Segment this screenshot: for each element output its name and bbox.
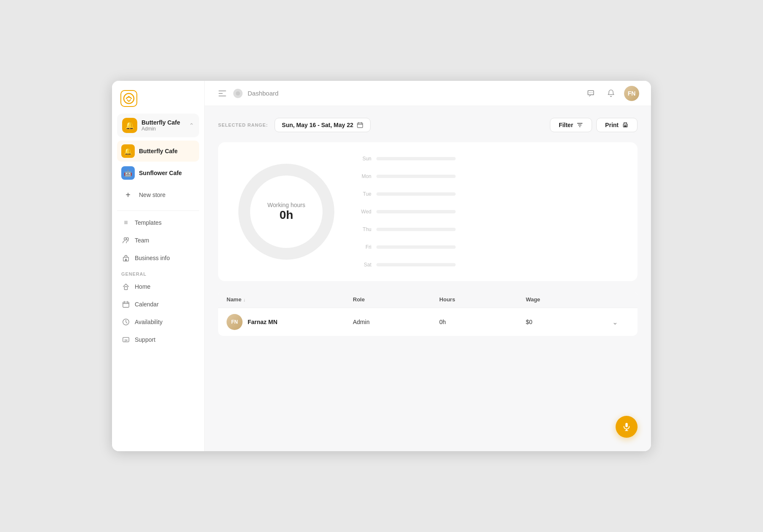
day-row-tue: Tue	[358, 191, 456, 197]
store-avatar-sunflower: 🤖	[121, 166, 135, 180]
sidebar-logo	[112, 81, 204, 114]
day-row-sun: Sun	[358, 156, 456, 162]
svg-point-14	[590, 92, 591, 93]
date-range-button[interactable]: Sun, May 16 - Sat, May 22	[275, 118, 371, 132]
chart-grid: Sun Mon Tue Wed	[358, 156, 464, 268]
chart-area: Working hours 0h Sun Mon	[232, 156, 624, 268]
store-selector-role: Admin	[141, 126, 185, 132]
chart-title: Working hours	[267, 202, 305, 208]
user-avatar: FN	[624, 86, 639, 101]
day-label-fri: Fri	[358, 244, 371, 250]
sidebar-item-support[interactable]: 24 Support	[117, 331, 199, 348]
day-bar-wed	[376, 210, 456, 213]
support-label: Support	[135, 336, 155, 343]
sidebar-item-business[interactable]: Business info	[117, 250, 199, 266]
chat-button[interactable]	[584, 86, 598, 101]
day-row-wed: Wed	[358, 209, 456, 215]
col-header-hours: Hours	[439, 296, 519, 303]
store-item-butterfly[interactable]: 🔔 Butterfly Cafe	[117, 141, 199, 162]
svg-rect-21	[625, 423, 628, 427]
store-selector[interactable]: 🔔 Butterfly Cafe Admin ⌃	[117, 114, 199, 137]
store-label-sunflower: Sunflower Cafe	[139, 170, 182, 176]
svg-point-11	[236, 91, 240, 96]
sidebar-item-templates[interactable]: ≡ Templates	[117, 214, 199, 231]
business-label: Business info	[135, 255, 170, 261]
day-label-sun: Sun	[358, 156, 371, 162]
col-header-wage: Wage	[526, 296, 606, 303]
action-buttons: Filter Print	[550, 118, 638, 132]
new-store-item[interactable]: + New store	[117, 184, 199, 205]
print-button[interactable]: Print	[596, 118, 638, 132]
support-icon: 24	[121, 335, 131, 344]
svg-point-1	[128, 96, 130, 98]
plus-icon: +	[121, 188, 135, 202]
day-row-fri: Fri	[358, 244, 456, 250]
topbar-actions: FN	[584, 86, 639, 101]
sort-icon-name[interactable]: ↓	[243, 297, 245, 302]
donut-chart: Working hours 0h	[232, 157, 341, 266]
calendar-small-icon	[357, 122, 363, 128]
store-selector-avatar: 🔔	[122, 118, 137, 133]
day-bar-tue	[376, 192, 456, 196]
sidebar-item-team[interactable]: Team	[117, 232, 199, 249]
table-header: Name ↓ Role Hours Wage	[218, 291, 638, 308]
dashboard-card: Working hours 0h Sun Mon	[218, 142, 638, 281]
filter-label: Filter	[559, 122, 573, 128]
donut-center: Working hours 0h	[267, 202, 305, 222]
employee-cell: FN Farnaz MN	[227, 314, 346, 330]
day-bar-sat	[376, 263, 456, 266]
templates-icon: ≡	[121, 218, 131, 227]
data-table: Name ↓ Role Hours Wage FN Farnaz MN Admi…	[218, 291, 638, 336]
user-avatar-button[interactable]: FN	[624, 86, 639, 101]
day-row-thu: Thu	[358, 226, 456, 232]
svg-rect-16	[357, 123, 363, 128]
employee-wage: $0	[526, 319, 606, 325]
sidebar-item-availability[interactable]: Availability	[117, 314, 199, 330]
sidebar-item-calendar[interactable]: Calendar	[117, 296, 199, 313]
svg-rect-6	[124, 287, 127, 290]
day-bar-mon	[376, 175, 456, 178]
store-selector-name: Butterfly Cafe	[141, 119, 185, 126]
svg-point-2	[124, 238, 126, 240]
page-icon	[233, 89, 243, 98]
date-range-value: Sun, May 16 - Sat, May 22	[282, 122, 353, 128]
general-section-label: GENERAL	[112, 266, 204, 278]
main-content: Dashboard	[205, 81, 651, 451]
col-header-name: Name ↓	[227, 296, 346, 303]
home-label: Home	[135, 283, 150, 290]
sidebar: 🔔 Butterfly Cafe Admin ⌃ 🔔 Butterfly Caf…	[112, 81, 205, 451]
employee-name: Farnaz MN	[248, 319, 277, 325]
collapse-sidebar-button[interactable]	[216, 88, 228, 99]
availability-icon	[121, 317, 131, 327]
notifications-button[interactable]	[604, 86, 618, 101]
employee-role: Admin	[353, 319, 432, 325]
svg-rect-18	[624, 125, 627, 127]
col-header-role: Role	[353, 296, 432, 303]
chevron-down-icon: ⌄	[612, 319, 618, 326]
employee-hours: 0h	[439, 319, 519, 325]
page-title: Dashboard	[248, 90, 579, 97]
svg-point-13	[589, 92, 590, 93]
svg-rect-7	[123, 302, 129, 308]
date-range-bar: SELECTED RANGE: Sun, May 16 - Sat, May 2…	[218, 118, 638, 132]
print-label: Print	[605, 122, 619, 128]
row-expand-button[interactable]: ⌄	[612, 318, 629, 326]
chevron-up-icon: ⌃	[189, 122, 194, 129]
day-row-sat: Sat	[358, 262, 456, 268]
app-window: 🔔 Butterfly Cafe Admin ⌃ 🔔 Butterfly Caf…	[112, 81, 651, 451]
app-logo-icon	[120, 90, 137, 107]
store-avatar-butterfly: 🔔	[121, 144, 135, 158]
employee-avatar: FN	[227, 314, 243, 330]
topbar: Dashboard	[205, 81, 651, 106]
day-bar-sun	[376, 157, 456, 160]
day-label-sat: Sat	[358, 262, 371, 268]
print-icon	[622, 122, 629, 128]
sidebar-item-home[interactable]: Home	[117, 278, 199, 295]
store-item-sunflower[interactable]: 🤖 Sunflower Cafe	[117, 162, 199, 184]
page-content: SELECTED RANGE: Sun, May 16 - Sat, May 2…	[205, 106, 651, 451]
chart-value: 0h	[267, 208, 305, 222]
sidebar-divider	[117, 210, 199, 211]
fab-button[interactable]	[616, 416, 638, 438]
filter-button[interactable]: Filter	[550, 118, 592, 132]
general-nav: Home Calendar Availabili	[112, 278, 204, 348]
